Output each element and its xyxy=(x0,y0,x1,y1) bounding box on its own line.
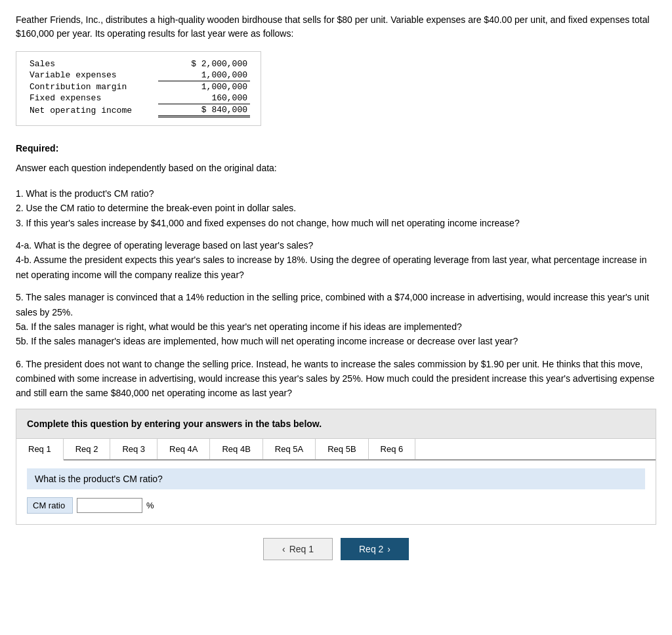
nav-buttons: ‹ Req 1 Req 2 › xyxy=(16,538,656,567)
row-amount: $ 840,000 xyxy=(158,104,250,117)
next-label: Req 2 xyxy=(359,544,383,554)
row-label: Sales xyxy=(27,58,158,70)
required-label: Required: xyxy=(16,141,656,155)
required-intro: Answer each question independently based… xyxy=(16,161,656,175)
row-label: Contribution margin xyxy=(27,81,158,93)
prev-label: Req 1 xyxy=(289,544,314,554)
next-button[interactable]: Req 2 › xyxy=(341,538,409,560)
tab-content: What is the product's CM ratio? CM ratio… xyxy=(16,461,656,524)
financial-table: Sales$ 2,000,000Variable expenses1,000,0… xyxy=(16,51,261,126)
prev-chevron-icon: ‹ xyxy=(282,544,285,554)
financial-row: Fixed expenses160,000 xyxy=(27,92,250,104)
row-amount: 1,000,000 xyxy=(158,70,250,81)
tab-req6[interactable]: Req 6 xyxy=(369,439,416,459)
tab-req3[interactable]: Req 3 xyxy=(110,439,158,459)
tabs-row: Req 1Req 2Req 3Req 4AReq 4BReq 5AReq 5BR… xyxy=(16,439,656,461)
row-label: Fixed expenses xyxy=(27,92,158,104)
question-group: 1. What is the product's CM ratio?2. Use… xyxy=(16,186,656,230)
tab-req5a[interactable]: Req 5A xyxy=(263,439,316,459)
intro-text: Feather Friends, Inc., distributes a hig… xyxy=(16,13,656,41)
prev-button[interactable]: ‹ Req 1 xyxy=(263,538,333,560)
financial-row: Sales$ 2,000,000 xyxy=(27,58,250,70)
questions-block: 1. What is the product's CM ratio?2. Use… xyxy=(16,186,656,401)
percent-suffix: % xyxy=(146,501,154,510)
complete-instruction: Complete this question by entering your … xyxy=(16,409,656,439)
question-group: 4-a. What is the degree of operating lev… xyxy=(16,238,656,282)
question-group: 5. The sales manager is convinced that a… xyxy=(16,290,656,349)
row-label: Variable expenses xyxy=(27,70,158,81)
tab-req4b[interactable]: Req 4B xyxy=(210,439,262,459)
row-amount: 160,000 xyxy=(158,92,250,104)
financial-row: Net operating income$ 840,000 xyxy=(27,104,250,117)
financial-row: Contribution margin1,000,000 xyxy=(27,81,250,93)
financial-row: Variable expenses1,000,000 xyxy=(27,70,250,81)
row-amount: 1,000,000 xyxy=(158,81,250,93)
tab-req2[interactable]: Req 2 xyxy=(64,439,111,459)
tab-question: What is the product's CM ratio? xyxy=(27,468,645,489)
cm-ratio-label: CM ratio xyxy=(27,497,73,514)
required-section: Required: Answer each question independe… xyxy=(16,141,656,176)
next-chevron-icon: › xyxy=(387,544,390,554)
question-group: 6. The president does not want to change… xyxy=(16,357,656,401)
tab-req5b[interactable]: Req 5B xyxy=(316,439,368,459)
input-row: CM ratio % xyxy=(27,497,645,514)
tabs-container: Req 1Req 2Req 3Req 4AReq 4BReq 5AReq 5BR… xyxy=(16,439,656,525)
row-amount: $ 2,000,000 xyxy=(158,58,250,70)
row-label: Net operating income xyxy=(27,104,158,117)
cm-ratio-input[interactable] xyxy=(77,498,142,513)
tab-req1[interactable]: Req 1 xyxy=(16,439,64,461)
tab-req4a[interactable]: Req 4A xyxy=(158,439,210,459)
